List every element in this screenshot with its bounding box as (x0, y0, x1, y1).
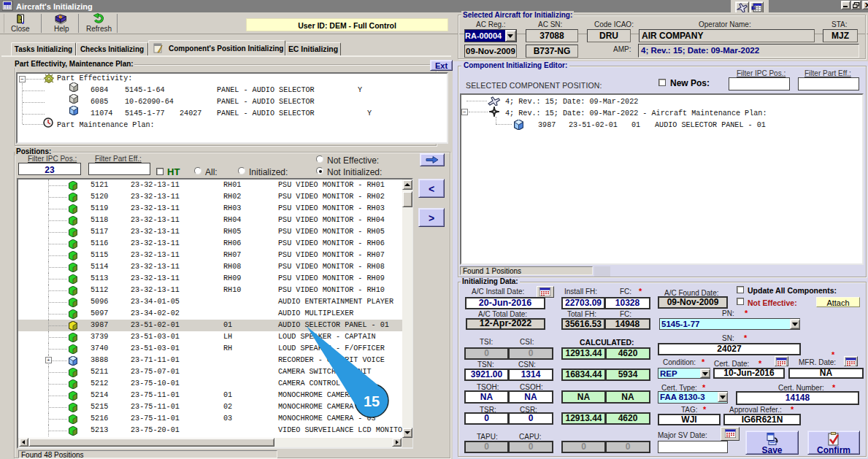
svg-text:15: 15 (364, 393, 380, 409)
svg-text:?: ? (60, 15, 62, 19)
